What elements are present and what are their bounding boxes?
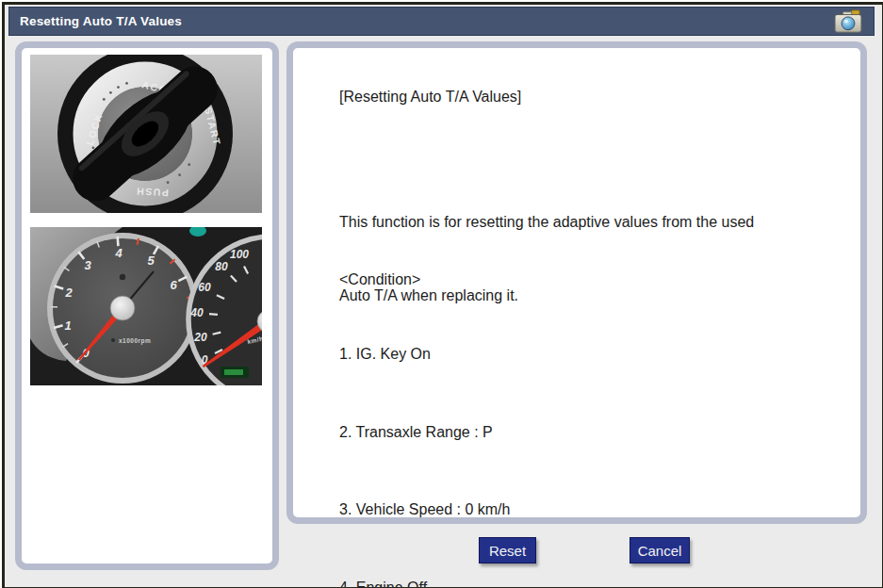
cancel-button[interactable]: Cancel: [630, 537, 690, 564]
tachometer: 0 1 2 3 4 5 6 x1000rpm: [50, 236, 195, 381]
speedo-number-100: 100: [230, 248, 249, 261]
tach-number-3: 3: [84, 258, 91, 272]
tach-number-4: 4: [114, 246, 123, 260]
tach-number-5: 5: [147, 253, 155, 268]
speedo-number-80: 80: [215, 260, 228, 273]
ignition-key-illustration: LOCK ACC START PUSH: [30, 55, 262, 213]
screen-capture-button[interactable]: [831, 9, 865, 34]
tach-number-6: 6: [170, 278, 177, 292]
condition-item: 1. IG. Key On: [339, 341, 510, 368]
ignition-label-push: PUSH: [135, 186, 169, 199]
reset-button[interactable]: Reset: [479, 537, 536, 564]
dialog-resetting-auto-ta: Resetting Auto T/A Values: [2, 2, 883, 588]
cluster-illustration: 0 1 2 3 4 5 6 x1000rpm: [30, 227, 262, 385]
tach-number-2: 2: [64, 286, 73, 300]
condition-item: 2. Transaxle Range : P: [339, 419, 510, 446]
instruction-panel: [Resetting Auto T/A Values] This functio…: [286, 41, 867, 524]
speedo-number-60: 60: [198, 281, 211, 294]
title-bar: Resetting Auto T/A Values: [8, 7, 875, 36]
tach-unit-label: x1000rpm: [119, 337, 151, 345]
condition-item: 4. Engine Off: [339, 575, 510, 588]
ignition-key-photo: LOCK ACC START PUSH: [30, 55, 262, 213]
instrument-cluster-photo: 0 1 2 3 4 5 6 x1000rpm: [30, 227, 262, 385]
speedo-number-20: 20: [193, 331, 207, 344]
image-panel: LOCK ACC START PUSH: [15, 41, 279, 570]
speedo-number-40: 40: [189, 306, 204, 319]
camera-icon: [833, 9, 863, 34]
description-line: This function is for resetting the adapt…: [339, 210, 754, 235]
window-title: Resetting Auto T/A Values: [9, 14, 182, 28]
tach-number-1: 1: [64, 318, 71, 333]
instruction-heading: [Resetting Auto T/A Values]: [339, 85, 521, 109]
condition-item: 3. Vehicle Speed : 0 km/h: [339, 497, 510, 523]
